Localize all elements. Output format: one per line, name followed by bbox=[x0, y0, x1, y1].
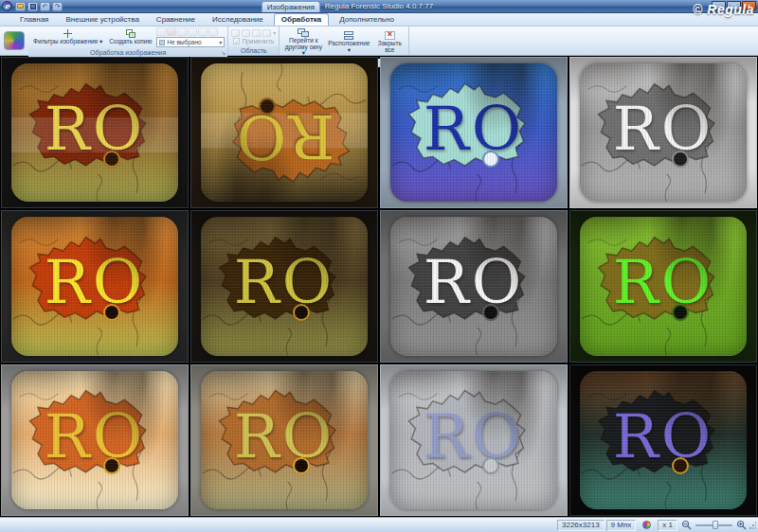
preset-mini-buttons bbox=[156, 27, 225, 36]
zoom-in-icon[interactable] bbox=[736, 520, 747, 530]
color-panel bbox=[638, 520, 656, 531]
tab-home[interactable]: Главная bbox=[13, 14, 55, 26]
app-menu-button[interactable] bbox=[0, 27, 28, 55]
regula-logo-icon: e bbox=[2, 1, 12, 11]
zoom-slider[interactable] bbox=[695, 520, 732, 530]
image-cell-grayscale-dark[interactable]: RO bbox=[380, 210, 568, 362]
hologram-photo: RO bbox=[580, 63, 747, 202]
image-cell-embossed[interactable]: RO bbox=[380, 364, 568, 516]
area-tools: ▾ bbox=[231, 29, 276, 37]
shadow-streaks bbox=[580, 217, 747, 355]
status-message-area bbox=[0, 520, 555, 531]
folder-icon bbox=[17, 4, 24, 9]
color-wheel-icon[interactable] bbox=[642, 521, 651, 529]
save-icon bbox=[30, 4, 36, 9]
save-button[interactable] bbox=[27, 2, 38, 11]
window-title: Regula Forensic Studio 4.0.7.77 bbox=[0, 2, 758, 10]
shadow-streaks bbox=[390, 63, 557, 202]
dropdown-arrow-icon: ▾ bbox=[348, 46, 351, 53]
zoom-level: х 1 bbox=[658, 520, 677, 531]
tab-external-devices[interactable]: Внешние устройства bbox=[59, 14, 145, 26]
hologram-photo: RO bbox=[390, 217, 557, 355]
ribbon: Фильтры изображения ▾ Создать копию bbox=[0, 27, 758, 56]
shadow-streaks bbox=[201, 217, 368, 355]
redo-button[interactable]: ↷ bbox=[52, 2, 63, 11]
hologram-photo: RO bbox=[390, 63, 557, 202]
dropdown-arrow-icon[interactable]: ▾ bbox=[273, 29, 276, 36]
shadow-streaks bbox=[580, 371, 747, 509]
zoom-slider-thumb[interactable] bbox=[713, 521, 718, 529]
preset-dropdown[interactable]: Не выбрано ▾ bbox=[156, 37, 225, 47]
image-cell-green-channel[interactable]: RO bbox=[569, 210, 757, 362]
group-image-processing: Фильтры изображения ▾ Создать копию bbox=[28, 27, 228, 55]
preset-icon bbox=[159, 40, 165, 45]
application-window: e ↶ ↷ Regula Forensic Studio 4.0.7.77 Из… bbox=[0, 0, 758, 532]
image-filters-button[interactable]: Фильтры изображения ▾ bbox=[31, 28, 104, 46]
image-cell-darkened[interactable]: RO bbox=[569, 364, 757, 516]
shadow-streaks bbox=[201, 371, 368, 509]
image-cell-blue-channel[interactable]: RO bbox=[380, 57, 568, 208]
redo-icon: ↷ bbox=[55, 3, 61, 10]
image-cell-rotated-180[interactable]: RO bbox=[190, 57, 378, 208]
preset-panel: Не выбрано ▾ bbox=[156, 27, 225, 47]
create-copy-button[interactable]: Создать копию bbox=[107, 28, 153, 46]
group-area: ▾ ✓ Применить Область bbox=[228, 27, 280, 55]
image-cell-softened[interactable]: RO bbox=[190, 364, 378, 516]
hologram-photo: RO bbox=[580, 217, 747, 355]
shadow-streaks bbox=[390, 217, 557, 355]
layout-icon bbox=[343, 31, 354, 40]
tab-examination[interactable]: Исследование bbox=[206, 14, 270, 26]
app-menu-icon bbox=[4, 31, 25, 50]
image-cell-dark-olive[interactable]: RO bbox=[190, 210, 378, 362]
tab-bar: ГлавнаяВнешние устройстваСравнениеИсслед… bbox=[0, 13, 758, 27]
preset-tool-3[interactable] bbox=[177, 27, 187, 36]
preset-value: Не выбрано bbox=[167, 39, 201, 45]
filters-icon bbox=[63, 29, 72, 38]
preset-tool-1[interactable] bbox=[156, 27, 166, 36]
layout-button[interactable]: Расположение ▾ bbox=[327, 30, 370, 54]
hologram-photo: RO bbox=[390, 371, 557, 509]
image-cell-saturated[interactable]: RO bbox=[1, 210, 189, 362]
group-label-processing: Обработка изображения ↘ bbox=[28, 48, 227, 57]
apply-button[interactable]: ✓ Применить bbox=[233, 38, 274, 44]
preset-tool-5[interactable] bbox=[198, 27, 208, 36]
preset-tool-2[interactable] bbox=[167, 27, 176, 36]
area-tool-pen[interactable] bbox=[252, 29, 261, 37]
create-copy-label: Создать копию bbox=[109, 39, 152, 45]
tab-comparison[interactable]: Сравнение bbox=[150, 14, 202, 26]
shadow-streaks bbox=[201, 63, 368, 202]
group-label-area: Область bbox=[228, 46, 279, 55]
tab-processing[interactable]: Обработка bbox=[274, 13, 330, 26]
image-cell-brightened[interactable]: RO bbox=[1, 364, 189, 516]
undo-button[interactable]: ↶ bbox=[40, 2, 50, 11]
image-size-indicator: 3226x3213 bbox=[557, 520, 605, 531]
copy-icon bbox=[126, 29, 135, 38]
switch-window-label: Перейти к другому окну bbox=[285, 37, 322, 50]
hologram-photo: RO bbox=[11, 217, 178, 355]
hologram-photo: RO bbox=[201, 63, 368, 202]
area-tool-lasso[interactable] bbox=[242, 29, 250, 37]
image-cell-grayscale-light[interactable]: RO bbox=[569, 57, 757, 208]
dropdown-arrow-icon: ▾ bbox=[99, 38, 102, 44]
shadow-streaks bbox=[11, 371, 178, 509]
resize-grip-icon[interactable] bbox=[749, 521, 756, 530]
image-cell-orange-olive[interactable]: RO bbox=[1, 57, 189, 208]
status-bar: 3226x3213 9 Мпх х 1 bbox=[0, 517, 758, 532]
close-all-icon bbox=[385, 31, 395, 40]
zoom-out-icon[interactable] bbox=[681, 520, 692, 530]
area-tool-line[interactable] bbox=[262, 29, 271, 37]
hologram-photo: RO bbox=[580, 371, 747, 509]
switch-window-button[interactable]: Перейти к другому окну ▾ bbox=[282, 27, 324, 58]
preset-tool-4[interactable] bbox=[188, 27, 197, 36]
hologram-photo: RO bbox=[11, 63, 178, 202]
image-grid: RO bbox=[0, 56, 758, 517]
close-all-button[interactable]: Закрыть все bbox=[373, 30, 406, 54]
regula-watermark: © Regula bbox=[693, 2, 754, 17]
shadow-streaks bbox=[390, 371, 557, 509]
tab-additional[interactable]: Дополнительно bbox=[333, 14, 401, 26]
open-button[interactable] bbox=[15, 2, 26, 11]
preset-tool-6[interactable] bbox=[208, 27, 218, 36]
apply-label: Применить bbox=[242, 38, 274, 44]
area-tool-rect[interactable] bbox=[231, 29, 240, 37]
hologram-photo: RO bbox=[201, 217, 368, 355]
